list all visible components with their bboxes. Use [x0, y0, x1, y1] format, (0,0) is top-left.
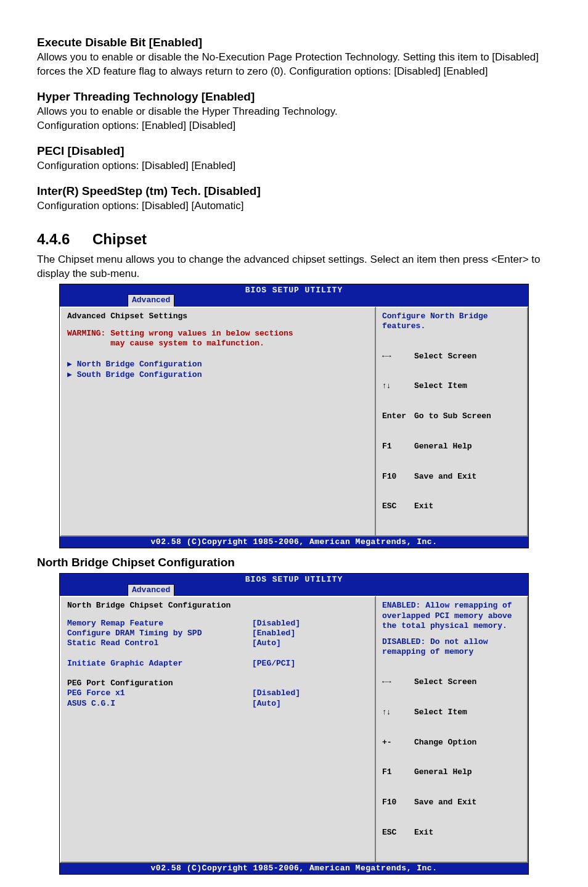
opt-peci-desc: Configuration options: [Disabled] [Enabl… — [37, 159, 551, 173]
nav-select-item: Select Item — [414, 381, 467, 391]
bios-screenshot-north-bridge: BIOS SETUP UTILITY Advanced North Bridge… — [59, 573, 529, 875]
bios-warning-line2: may cause system to malfunction. — [67, 339, 369, 349]
nav-f1-key: F1 — [382, 442, 414, 452]
bios2-setting-row[interactable]: ASUS C.G.I[Auto] — [67, 699, 369, 709]
arrows-ud-icon — [382, 381, 391, 390]
bios2-topbar: BIOS SETUP UTILITY Advanced — [60, 574, 528, 596]
opt-peci-heading: PECI [Disabled] — [37, 144, 551, 158]
arrows-lr-icon — [382, 677, 391, 687]
nav-f10-key: F10 — [382, 472, 414, 482]
bios2-setting-row — [67, 669, 369, 679]
nav-select-screen: Select Screen — [414, 352, 476, 361]
section-desc: The Chipset menu allows you to change th… — [37, 253, 551, 281]
bios2-setting-label: Static Read Control — [67, 638, 252, 648]
bios-screenshot-chipset: BIOS SETUP UTILITY Advanced Advanced Chi… — [59, 284, 529, 549]
bios-item-south-bridge-label: South Bridge Configuration — [77, 370, 202, 379]
bios2-setting-row[interactable]: PEG Port Configuration — [67, 679, 369, 688]
bios-item-south-bridge[interactable]: ▶ South Bridge Configuration — [67, 370, 369, 380]
bios2-copyright: v02.58 (C)Copyright 1985-2006, American … — [60, 863, 528, 874]
nav2-f10-key: F10 — [382, 798, 414, 807]
nav2-f10-label: Save and Exit — [414, 798, 476, 807]
opt-execute-disable-desc: Allows you to enable or disable the No-E… — [37, 51, 551, 79]
nav2-esc-label: Exit — [414, 828, 433, 838]
bios2-setting-value: [Auto] — [252, 699, 281, 709]
north-bridge-sub-heading: North Bridge Chipset Configuration — [37, 556, 551, 569]
nav2-select-item: Select Item — [414, 708, 467, 717]
bios-item-north-bridge-label: North Bridge Configuration — [77, 360, 202, 369]
bios-panel-header: Advanced Chipset Settings — [67, 311, 369, 321]
section-heading: 4.4.6Chipset — [37, 231, 551, 248]
bios2-setting-label: Memory Remap Feature — [67, 619, 252, 629]
bios2-setting-row[interactable]: Initiate Graphic Adapter[PEG/PCI] — [67, 659, 369, 669]
bios-copyright: v02.58 (C)Copyright 1985-2006, American … — [60, 537, 528, 548]
bios2-setting-label: PEG Port Configuration — [67, 679, 252, 688]
section-number: 4.4.6 — [37, 231, 92, 248]
nav2-esc-key: ESC — [382, 828, 414, 838]
bios2-setting-row[interactable]: Memory Remap Feature[Disabled] — [67, 619, 369, 629]
arrows-ud-icon — [382, 708, 391, 717]
bios2-setting-label: PEG Force x1 — [67, 688, 252, 698]
opt-speedstep-desc: Configuration options: [Disabled] [Autom… — [37, 199, 551, 213]
bios2-nav-legend: Select Screen Select Item +-Change Optio… — [382, 658, 521, 858]
bios2-setting-value: [Enabled] — [252, 629, 295, 638]
bios2-setting-value: [Disabled] — [252, 688, 300, 698]
bios-help-text: Configure North Bridge features. — [382, 311, 521, 332]
nav-f10-label: Save and Exit — [414, 472, 476, 482]
bios2-setting-value: [PEG/PCI] — [252, 659, 295, 669]
triangle-right-icon: ▶ — [67, 370, 77, 379]
nav2-pm-label: Change Option — [414, 738, 476, 748]
bios2-panel-header: North Bridge Chipset Configuration — [67, 601, 369, 611]
nav2-f1-label: General Help — [414, 767, 472, 777]
bios2-tab-advanced[interactable]: Advanced — [128, 584, 174, 596]
opt-execute-disable-heading: Execute Disable Bit [Enabled] — [37, 36, 551, 49]
bios2-help-disabled: DISABLED: Do not allow remapping of memo… — [382, 637, 521, 658]
bios2-setting-row[interactable]: Configure DRAM Timing by SPD[Enabled] — [67, 629, 369, 638]
bios-title: BIOS SETUP UTILITY — [245, 286, 343, 295]
bios2-help-enabled: ENABLED: Allow remapping of overlapped P… — [382, 601, 521, 631]
nav-enter-label: Go to Sub Screen — [414, 411, 491, 421]
bios2-setting-value: [Disabled] — [252, 619, 300, 629]
opt-speedstep-heading: Inter(R) SpeedStep (tm) Tech. [Disabled] — [37, 184, 551, 198]
bios2-setting-label: Initiate Graphic Adapter — [67, 659, 252, 669]
nav-f1-label: General Help — [414, 442, 472, 452]
nav2-f1-key: F1 — [382, 767, 414, 777]
bios-warning-line1: WARMING: Setting wrong values in below s… — [67, 329, 369, 339]
bios2-setting-value: [Auto] — [252, 638, 281, 648]
bios2-setting-row — [67, 648, 369, 658]
bios2-setting-label: ASUS C.G.I — [67, 699, 252, 709]
bios2-setting-row[interactable]: PEG Force x1[Disabled] — [67, 688, 369, 698]
opt-hyper-threading-heading: Hyper Threading Technology [Enabled] — [37, 90, 551, 104]
nav-esc-key: ESC — [382, 501, 414, 511]
nav-enter-key: Enter — [382, 411, 414, 421]
bios2-title: BIOS SETUP UTILITY — [245, 575, 343, 584]
opt-hyper-threading-desc: Allows you to enable or disable the Hype… — [37, 105, 551, 133]
nav2-pm-key: +- — [382, 738, 414, 748]
triangle-right-icon: ▶ — [67, 360, 77, 369]
section-title: Chipset — [92, 231, 147, 247]
bios2-setting-row[interactable]: Static Read Control[Auto] — [67, 638, 369, 648]
bios2-setting-label: Configure DRAM Timing by SPD — [67, 629, 252, 638]
bios-nav-legend: Select Screen Select Item EnterGo to Sub… — [382, 331, 521, 532]
nav-esc-label: Exit — [414, 501, 433, 511]
bios-item-north-bridge[interactable]: ▶ North Bridge Configuration — [67, 360, 369, 369]
arrows-lr-icon — [382, 352, 391, 361]
bios-tab-advanced[interactable]: Advanced — [128, 294, 174, 306]
nav2-select-screen: Select Screen — [414, 677, 476, 687]
bios-topbar: BIOS SETUP UTILITY Advanced — [60, 284, 528, 307]
